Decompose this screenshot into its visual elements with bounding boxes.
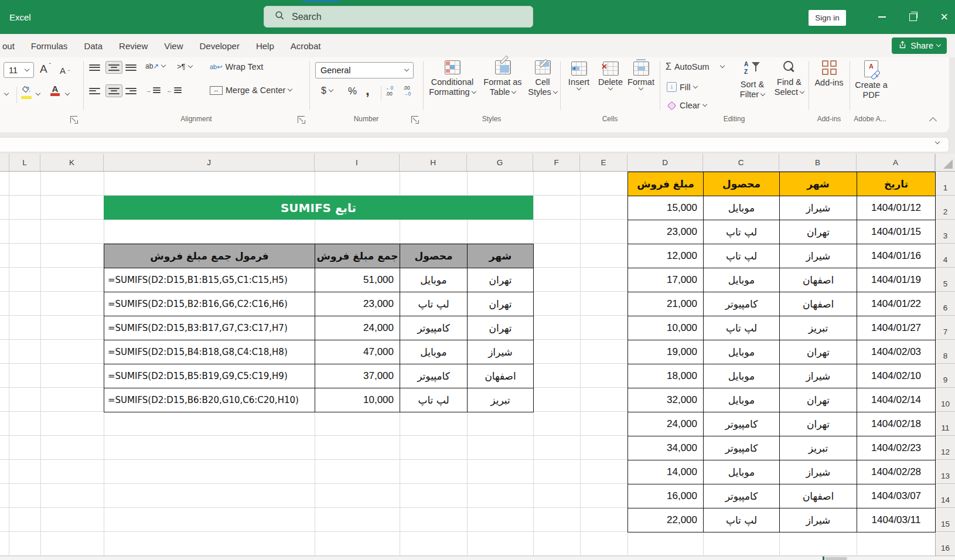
date-cell[interactable]: 1404/02/10 — [857, 364, 936, 388]
close-icon[interactable]: × — [940, 11, 948, 23]
date-cell[interactable]: 1404/02/14 — [857, 388, 936, 412]
formula-bar-expand-icon[interactable] — [935, 139, 940, 144]
amount-cell[interactable]: 21,000 — [628, 292, 704, 316]
row-header[interactable]: 12 — [936, 436, 955, 460]
row-header[interactable]: 10 — [936, 388, 955, 412]
percent-style-button[interactable]: % — [348, 86, 357, 97]
row-header[interactable]: 11 — [936, 412, 955, 436]
sign-in-button[interactable]: Sign in — [809, 10, 846, 26]
date-cell[interactable]: 1404/02/03 — [857, 340, 936, 364]
column-header[interactable]: H — [400, 154, 467, 171]
decrease-decimal-button[interactable]: .00→0 — [403, 86, 411, 97]
row-header[interactable]: 15 — [936, 508, 955, 532]
row-header[interactable]: 13 — [936, 460, 955, 484]
product-cell[interactable]: موبایل — [400, 340, 468, 364]
product-cell[interactable]: لپ تاپ — [704, 220, 780, 244]
ribbon-tab[interactable]: Formulas — [23, 34, 76, 57]
city-cell[interactable]: تهران — [468, 292, 534, 316]
format-cells-button[interactable]: Format — [626, 62, 656, 90]
ribbon-tab[interactable]: Data — [76, 34, 111, 57]
ribbon-tab[interactable]: View — [156, 34, 191, 57]
orientation-button[interactable]: ab↗ — [145, 62, 165, 70]
city-cell[interactable]: شیراز — [780, 508, 857, 532]
product-cell[interactable]: کامپیوتر — [704, 292, 780, 316]
city-cell[interactable]: تبریز — [780, 436, 857, 460]
date-cell[interactable]: 1404/01/22 — [857, 292, 936, 316]
sort-filter-button[interactable]: AZ Sort & Filter — [735, 60, 770, 99]
amount-cell[interactable]: 19,000 — [628, 340, 704, 364]
column-header[interactable]: C — [703, 154, 779, 171]
product-cell[interactable]: کامپیوتر — [400, 364, 468, 388]
amount-cell[interactable]: 15,000 — [628, 196, 704, 220]
product-cell[interactable]: لپ تاپ — [400, 388, 468, 412]
number-dialog-launcher-icon[interactable] — [411, 116, 418, 123]
amount-cell[interactable]: 10,000 — [628, 316, 704, 340]
city-cell[interactable]: اصفهان — [780, 484, 857, 508]
align-bottom-button[interactable] — [125, 64, 137, 71]
minimize-icon[interactable] — [878, 16, 886, 18]
add-ins-button[interactable]: Add-ins — [812, 60, 846, 88]
number-format-combo[interactable]: General — [315, 62, 414, 78]
decrease-font-size-button[interactable]: Aˇ — [60, 65, 70, 76]
comma-style-button[interactable]: , — [366, 82, 370, 98]
ribbon-tab[interactable]: Developer — [192, 34, 248, 57]
header-cell-city[interactable]: شهر — [780, 172, 857, 196]
sumifs-title-banner[interactable]: تابع SUMIFS — [104, 196, 533, 220]
ribbon-tab[interactable]: Help — [248, 34, 282, 57]
increase-indent-button[interactable]: → — [145, 87, 161, 94]
fill-button[interactable]: ↓ Fill — [667, 82, 697, 92]
row-header[interactable]: 6 — [936, 292, 955, 316]
ribbon-tab[interactable]: out — [0, 34, 23, 57]
row-header[interactable]: 3 — [936, 220, 955, 244]
amount-cell[interactable]: 24,000 — [628, 412, 704, 436]
total-cell[interactable]: 24,000 — [315, 316, 400, 340]
select-all-corner[interactable] — [935, 154, 955, 172]
align-top-button[interactable] — [89, 64, 100, 71]
restore-icon[interactable] — [909, 13, 917, 21]
column-header[interactable]: I — [315, 154, 400, 171]
formula-cell[interactable]: =SUMIFS(D2:D15,B6:B20,G10,C6:C20,H10) — [104, 388, 315, 412]
ribbon-tab[interactable]: Review — [111, 34, 156, 57]
row-header[interactable]: 5 — [936, 268, 955, 292]
date-cell[interactable]: 1404/02/18 — [857, 412, 936, 436]
city-cell[interactable]: تبریز — [780, 316, 857, 340]
horizontal-scrollbar[interactable] — [0, 556, 955, 560]
amount-cell[interactable]: 17,000 — [628, 268, 704, 292]
increase-decimal-button[interactable]: ←0.00 — [386, 86, 393, 97]
column-header[interactable]: A — [857, 154, 935, 171]
date-cell[interactable]: 1404/01/15 — [857, 220, 936, 244]
chevron-down-icon[interactable] — [36, 91, 40, 95]
column-header[interactable]: D — [627, 154, 703, 171]
date-cell[interactable]: 1404/03/07 — [857, 484, 936, 508]
align-middle-button[interactable] — [105, 61, 122, 74]
amount-cell[interactable]: 34,000 — [628, 436, 704, 460]
product-cell[interactable]: موبایل — [704, 340, 780, 364]
align-left-button[interactable] — [89, 88, 100, 94]
row-header[interactable]: 1 — [936, 172, 955, 196]
city-cell[interactable]: شیراز — [780, 364, 857, 388]
column-header[interactable]: F — [533, 154, 580, 171]
date-cell[interactable]: 1404/01/12 — [857, 196, 936, 220]
formula-cell[interactable]: =SUMIFS(D2:D15,B4:B18,G8,C4:C18,H8) — [104, 340, 315, 364]
format-as-table-button[interactable]: Format as Table — [480, 60, 525, 97]
row-header[interactable]: 16 — [936, 532, 955, 556]
delete-cells-button[interactable]: × Delete — [595, 62, 626, 90]
product-cell[interactable]: موبایل — [704, 388, 780, 412]
conditional-formatting-button[interactable]: Conditional Formatting — [425, 60, 479, 97]
date-cell[interactable]: 1404/01/19 — [857, 268, 936, 292]
product-cell[interactable]: کامپیوتر — [704, 412, 780, 436]
total-cell[interactable]: 37,000 — [315, 364, 400, 388]
total-cell[interactable]: 47,000 — [315, 340, 400, 364]
column-header[interactable]: K — [40, 154, 104, 171]
create-pdf-button[interactable]: A Create a PDF — [853, 60, 889, 100]
cell-styles-button[interactable]: Cell Styles — [526, 60, 559, 97]
align-center-button[interactable] — [105, 84, 122, 97]
share-button[interactable]: Share — [892, 37, 947, 54]
product-cell[interactable]: لپ تاپ — [400, 292, 468, 316]
product-cell[interactable]: کامپیوتر — [704, 484, 780, 508]
date-cell[interactable]: 1404/02/23 — [857, 436, 936, 460]
amount-cell[interactable]: 16,000 — [628, 484, 704, 508]
column-header[interactable]: B — [779, 154, 857, 171]
city-cell[interactable]: تهران — [780, 412, 857, 436]
product-cell[interactable]: لپ تاپ — [704, 316, 780, 340]
